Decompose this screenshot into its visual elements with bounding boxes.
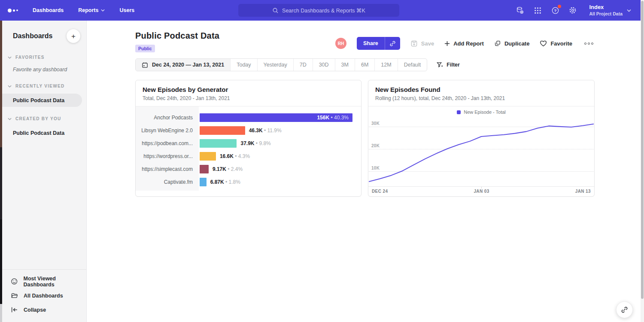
all-dashboards-button[interactable]: All Dashboards — [2, 289, 86, 303]
bar-value-label: 9.17K • 2.4% — [213, 166, 243, 172]
bar-segment[interactable] — [200, 139, 237, 148]
duplicate-button[interactable]: Duplicate — [494, 40, 530, 47]
filter-label: Filter — [447, 62, 460, 68]
save-button[interactable]: Save — [410, 40, 434, 47]
app-logo[interactable] — [8, 9, 18, 12]
date-preset-7d[interactable]: 7D — [294, 59, 313, 71]
sidebar: Dashboards + FAVORITES Favorite any dash… — [2, 21, 87, 322]
workspace-selector[interactable]: Index All Project Data — [589, 4, 631, 16]
search-input[interactable]: Search Dashboards & Reports ⌘K — [238, 4, 399, 17]
bar-value-label: 6.87K • 1.8% — [210, 179, 240, 185]
link-icon — [621, 306, 628, 313]
chevron-down-icon — [8, 118, 12, 120]
floating-link-button[interactable] — [616, 301, 633, 318]
chevron-down-icon — [101, 9, 105, 12]
search-placeholder: Search Dashboards & Reports ⌘K — [282, 7, 365, 14]
folder-icon — [11, 292, 18, 299]
footer-label: Collapse — [24, 307, 46, 313]
collapse-icon — [11, 307, 18, 313]
bar-segment[interactable] — [200, 126, 245, 135]
notification-dot — [558, 5, 561, 8]
search-icon — [272, 7, 279, 14]
line-chart-subtitle: Rolling (12 hours), total, Dec 24th, 202… — [375, 95, 587, 101]
collapse-sidebar-button[interactable]: Collapse — [2, 303, 86, 317]
section-label: FAVORITES — [15, 55, 45, 60]
share-button[interactable]: Share — [357, 37, 385, 50]
bar-chart-subtitle: Total, Dec 24th, 2020 - Jan 13th, 2021 — [143, 95, 354, 101]
most-viewed-dashboards-button[interactable]: Most Viewed Dashboards — [2, 274, 86, 289]
bar-row-label: Anchor Podcasts — [136, 115, 199, 121]
nav-reports[interactable]: Reports — [78, 7, 105, 13]
section-favorites[interactable]: FAVORITES — [2, 55, 86, 60]
bar-row: https://simplecast.com9.17K • 2.4% — [136, 163, 361, 176]
bar-track: 6.87K • 1.8% — [200, 178, 361, 186]
data-source-icon[interactable] — [515, 6, 525, 15]
settings-gear-icon[interactable] — [568, 6, 577, 15]
legend-label: New Episode - Total — [464, 109, 506, 115]
new-dashboard-button[interactable]: + — [67, 29, 80, 43]
favorite-label: Favorite — [550, 40, 572, 47]
top-navbar: Dashboards Reports Users Search Dashboar… — [0, 0, 641, 21]
nav-users[interactable]: Users — [119, 7, 134, 13]
bar-row-label: https://podbean.com... — [136, 140, 199, 146]
duplicate-icon — [494, 40, 501, 47]
date-toolbar: Dec 24, 2020 — Jan 13, 2021 Today Yester… — [135, 58, 460, 71]
date-preset-today[interactable]: Today — [231, 59, 257, 71]
nav-dashboards[interactable]: Dashboards — [33, 7, 64, 13]
calendar-icon — [142, 62, 148, 68]
section-recently-viewed[interactable]: RECENTLY VIEWED — [2, 84, 86, 88]
x-axis: DEC 24 JAN 03 JAN 13 — [368, 186, 594, 194]
bar-row-label: Libsyn WebEngine 2.0 — [136, 128, 199, 134]
filter-button[interactable]: Filter — [437, 62, 460, 68]
more-options-button[interactable] — [583, 41, 595, 46]
date-preset-12m[interactable]: 12M — [375, 59, 398, 71]
apps-grid-icon[interactable] — [533, 6, 542, 15]
copy-share-link-button[interactable] — [385, 37, 400, 50]
avatar[interactable]: RH — [335, 38, 346, 49]
scrollbar-thumb[interactable] — [641, 1, 644, 299]
logo-dot — [16, 9, 18, 11]
bar-row: https://podbean.com...37.9K • 9.8% — [136, 137, 361, 150]
page-scrollbar[interactable] — [641, 0, 644, 322]
date-preset-6m[interactable]: 6M — [355, 59, 375, 71]
sidebar-item-public-podcast-data[interactable]: Public Podcast Data — [2, 94, 82, 107]
workspace-subtitle: All Project Data — [589, 11, 623, 17]
date-range-control: Dec 24, 2020 — Jan 13, 2021 Today Yester… — [135, 58, 427, 71]
line-chart-plot: 30K20K10K — [369, 118, 594, 186]
sidebar-title: Dashboards — [13, 32, 52, 40]
chevron-down-icon — [8, 56, 12, 59]
bar-chart-plot: Anchor Podcasts156K • 40.3%Libsyn WebEng… — [136, 106, 361, 191]
bar-segment[interactable] — [200, 165, 209, 173]
bar-segment[interactable] — [200, 152, 216, 161]
filter-funnel-icon — [437, 62, 443, 68]
bar-value-label: 46.3K • 11.9% — [249, 128, 282, 134]
date-preset-3m[interactable]: 3M — [335, 59, 355, 71]
bar-track: 37.9K • 9.8% — [200, 139, 361, 148]
public-badge: Public — [135, 45, 155, 52]
bar-value-label: 37.9K • 9.8% — [240, 140, 270, 146]
bar-track: 16.6K • 4.3% — [200, 152, 361, 161]
dashboard-actions: RH Share Save Add Report Duplicate — [335, 37, 595, 50]
x-tick: DEC 24 — [372, 189, 388, 194]
line-series[interactable] — [369, 124, 594, 182]
bar-segment[interactable]: 156K • 40.3% — [200, 113, 352, 122]
date-preset-yesterday[interactable]: Yesterday — [258, 59, 294, 71]
date-preset-default[interactable]: Default — [398, 59, 427, 71]
help-icon[interactable]: ? — [550, 6, 560, 15]
line-chart-card: New Episodes Found Rolling (12 hours), t… — [368, 80, 595, 197]
bar-row: Captivate.fm6.87K • 1.8% — [136, 176, 361, 188]
bar-value-label: 156K • 40.3% — [317, 115, 349, 121]
bar-row-label: https://wordpress.or... — [136, 153, 199, 159]
section-created-by-you[interactable]: CREATED BY YOU — [2, 116, 86, 121]
bar-row-label: Captivate.fm — [136, 179, 199, 185]
duplicate-label: Duplicate — [504, 40, 530, 47]
sidebar-item-public-podcast-data[interactable]: Public Podcast Data — [2, 126, 82, 140]
date-preset-30d[interactable]: 30D — [313, 59, 335, 71]
bar-segment[interactable] — [200, 178, 207, 186]
nav-reports-label: Reports — [78, 7, 98, 13]
favorite-button[interactable]: Favorite — [540, 40, 572, 47]
bar-track: 156K • 40.3% — [200, 113, 361, 122]
date-range-button[interactable]: Dec 24, 2020 — Jan 13, 2021 — [136, 59, 231, 71]
logo-dot — [13, 9, 15, 12]
add-report-button[interactable]: Add Report — [444, 40, 484, 47]
